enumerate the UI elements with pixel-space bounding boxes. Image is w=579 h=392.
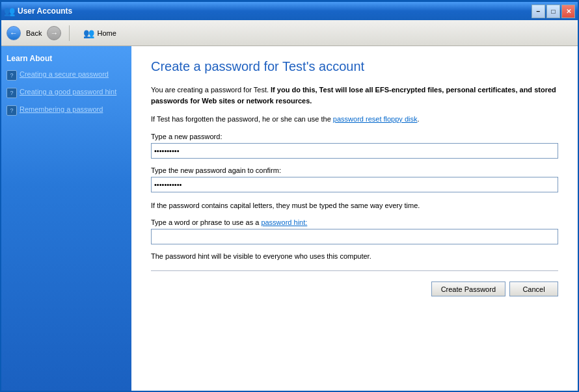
reset-disk-link[interactable]: password reset floppy disk xyxy=(333,115,418,123)
divider xyxy=(151,270,558,271)
caps-hint-text: If the password contains capital letters… xyxy=(151,200,558,211)
button-row: Create Password Cancel xyxy=(151,281,558,296)
reset-disk-text-after: . xyxy=(417,115,419,123)
create-password-button[interactable]: Create Password xyxy=(431,281,505,296)
toolbar: ← Back → 👥 Home xyxy=(1,20,578,46)
maximize-button[interactable]: □ xyxy=(546,5,560,18)
confirm-password-input[interactable] xyxy=(151,177,558,192)
title-bar-buttons: − □ ✕ xyxy=(532,5,575,18)
page-title: Create a password for Test's account xyxy=(151,59,558,74)
sidebar-title: Learn About xyxy=(7,54,126,63)
sidebar-item-label-2: Remembering a password xyxy=(20,105,103,114)
confirm-password-label: Type the new password again to confirm: xyxy=(151,166,558,174)
new-password-section: Type a new password: xyxy=(151,133,558,159)
sidebar-item-icon-0: ? xyxy=(7,70,17,81)
sidebar: Learn About ? Creating a secure password… xyxy=(1,46,131,391)
title-bar-left: 👥 User Accounts xyxy=(4,6,72,16)
forward-button[interactable]: → xyxy=(47,26,61,40)
sidebar-item-icon-2: ? xyxy=(7,105,17,116)
home-button[interactable]: 👥 Home xyxy=(77,25,122,41)
intro-text-1: You are creating a password for Test. xyxy=(151,86,271,94)
password-hint-link[interactable]: password hint: xyxy=(261,218,307,226)
home-icon: 👥 xyxy=(83,28,94,38)
window-icon: 👥 xyxy=(4,6,15,16)
password-hint-input[interactable] xyxy=(151,229,558,244)
confirm-password-section: Type the new password again to confirm: xyxy=(151,166,558,192)
toolbar-divider xyxy=(69,25,70,41)
minimize-button[interactable]: − xyxy=(532,5,545,18)
sidebar-item-icon-1: ? xyxy=(7,88,17,98)
password-hint-label: Type a word or phrase to use as a passwo… xyxy=(151,218,558,226)
new-password-input[interactable] xyxy=(151,143,558,159)
cancel-button[interactable]: Cancel xyxy=(509,281,558,296)
content-area: Create a password for Test's account You… xyxy=(131,46,578,391)
sidebar-item-label-1: Creating a good password hint xyxy=(20,87,116,97)
intro-paragraph: You are creating a password for Test. If… xyxy=(151,85,558,106)
password-hint-section: Type a word or phrase to use as a passwo… xyxy=(151,218,558,244)
reset-disk-paragraph: If Test has forgotten the password, he o… xyxy=(151,114,558,125)
main-content: Learn About ? Creating a secure password… xyxy=(1,46,578,391)
sidebar-item-label-0: Creating a secure password xyxy=(20,70,109,79)
sidebar-item-secure-password[interactable]: ? Creating a secure password xyxy=(7,68,126,82)
close-button[interactable]: ✕ xyxy=(561,5,575,18)
window-title: User Accounts xyxy=(18,7,72,16)
window: 👥 User Accounts − □ ✕ ← Back → 👥 Home xyxy=(0,0,579,392)
hint-warning-text: The password hint will be visible to eve… xyxy=(151,252,558,260)
title-bar: 👥 User Accounts − □ ✕ xyxy=(1,2,578,20)
reset-disk-text-before: If Test has forgotten the password, he o… xyxy=(151,115,333,123)
back-button[interactable]: ← xyxy=(7,26,21,40)
sidebar-item-good-hint[interactable]: ? Creating a good password hint xyxy=(7,86,126,99)
back-label[interactable]: Back xyxy=(26,29,42,37)
password-hint-label-text: Type a word or phrase to use as a xyxy=(151,218,261,226)
sidebar-item-remember[interactable]: ? Remembering a password xyxy=(7,103,126,117)
home-label: Home xyxy=(97,29,116,37)
new-password-label: Type a new password: xyxy=(151,133,558,140)
